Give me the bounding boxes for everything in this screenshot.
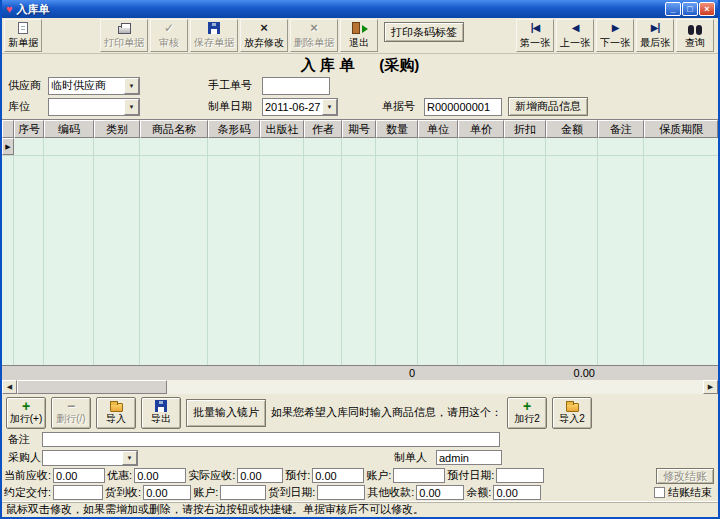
window-title: 入库单 <box>17 2 664 17</box>
nav-next-button[interactable]: ▶ 下一张 <box>596 19 634 52</box>
grid-column <box>546 138 598 365</box>
add-row2-label: 加行2 <box>514 412 540 426</box>
add-row2-button[interactable]: + 加行2 <box>507 397 547 429</box>
prepaid-date-label: 预付日期: <box>447 468 494 483</box>
horizontal-scrollbar[interactable]: ◀ ▶ <box>2 380 718 394</box>
col-header-discount: 折扣 <box>504 120 546 138</box>
inbound-order-window: ♥ 入库单 _ □ × 新单据 打印单据 ✓ 审核 保存单据 × 放弃修改 × … <box>0 0 720 519</box>
supplier-combobox[interactable]: 临时供应商 ▼ <box>48 77 140 95</box>
plus-icon: + <box>22 400 30 412</box>
document-title: 入 库 单 (采购) <box>2 54 718 75</box>
col-header-code: 编码 <box>44 120 94 138</box>
discount-input[interactable] <box>134 468 186 483</box>
nav-last-button[interactable]: ▶| 最后张 <box>636 19 674 52</box>
floppy-icon <box>155 400 167 412</box>
location-dropdown-icon[interactable]: ▼ <box>124 99 139 115</box>
manual-no-input[interactable] <box>262 77 330 95</box>
grid-body[interactable]: ▶ <box>2 138 718 365</box>
date-dropdown-icon[interactable]: ▼ <box>322 99 337 115</box>
creator-input[interactable] <box>436 450 502 465</box>
grid-column <box>14 138 44 365</box>
nav-prev-icon: ◀ <box>572 21 579 35</box>
account2-input[interactable] <box>220 485 266 500</box>
actual-due-input[interactable] <box>237 468 283 483</box>
remarks-input[interactable] <box>42 432 500 447</box>
nav-prev-label: 上一张 <box>560 36 590 50</box>
scroll-left-button[interactable]: ◀ <box>2 380 17 394</box>
prepaid-input[interactable] <box>312 468 364 483</box>
location-value <box>49 99 124 115</box>
query-label: 查询 <box>685 36 705 50</box>
scroll-track[interactable] <box>167 380 703 394</box>
nav-last-label: 最后张 <box>640 36 670 50</box>
folder-icon <box>566 400 579 412</box>
nav-first-icon: |◀ <box>531 21 540 35</box>
col-header-quantity: 数量 <box>376 120 418 138</box>
grid-column <box>140 138 208 365</box>
form-header: 供应商 临时供应商 ▼ 手工单号 库位 ▼ 制单日期 2011-06-27 ▼ … <box>2 75 718 119</box>
location-combobox[interactable]: ▼ <box>48 98 140 116</box>
balance-input[interactable] <box>493 485 541 500</box>
agreed-delivery-input[interactable] <box>53 485 103 500</box>
settle-done-checkbox[interactable] <box>654 487 665 498</box>
import2-button[interactable]: 导入2 <box>552 397 592 429</box>
nav-next-label: 下一张 <box>600 36 630 50</box>
supplier-label: 供应商 <box>8 78 48 93</box>
close-button[interactable]: × <box>699 2 715 16</box>
remarks-row: 备注 <box>2 431 718 448</box>
minimize-button[interactable]: _ <box>665 2 681 16</box>
settle-done-group[interactable]: 结账结束 <box>654 485 712 500</box>
date-combobox[interactable]: 2011-06-27 ▼ <box>262 98 338 116</box>
current-due-input[interactable] <box>53 468 105 483</box>
titlebar[interactable]: ♥ 入库单 _ □ × <box>2 0 718 18</box>
purchaser-label: 采购人 <box>8 450 42 465</box>
grid-column <box>504 138 546 365</box>
nav-prev-button[interactable]: ◀ 上一张 <box>556 19 594 52</box>
add-row-label: 加行(+) <box>10 412 43 426</box>
abandon-x-icon: × <box>260 21 268 35</box>
purchaser-dropdown-icon[interactable]: ▼ <box>122 451 137 465</box>
query-button[interactable]: 查询 <box>676 19 714 52</box>
print-barcode-button[interactable]: 打印条码标签 <box>384 22 464 42</box>
col-header-seq: 序号 <box>14 120 44 138</box>
cod-input[interactable] <box>143 485 191 500</box>
payment-row-2: 约定交付: 货到收: 账户: 货到日期: 其他收款: 余额: 结账结束 <box>2 484 718 501</box>
delete-row-label: 删行(/) <box>56 412 85 426</box>
folder-icon <box>110 400 123 412</box>
nav-next-icon: ▶ <box>612 21 619 35</box>
date-label: 制单日期 <box>208 99 262 114</box>
abandon-changes-button[interactable]: × 放弃修改 <box>240 19 288 52</box>
col-header-amount: 金额 <box>546 120 598 138</box>
new-doc-label: 新单据 <box>8 36 38 50</box>
row-actions: + 加行(+) − 删行(/) 导入 导出 批量输入镜片 如果您希望入库同时输入… <box>2 394 718 431</box>
nav-first-button[interactable]: |◀ 第一张 <box>516 19 554 52</box>
scroll-thumb[interactable] <box>17 380 167 394</box>
add-product-info-button[interactable]: 新增商品信息 <box>508 97 588 116</box>
items-grid[interactable]: 序号 编码 类别 商品名称 条形码 出版社 作者 期号 数量 单位 单价 折扣 … <box>2 119 718 394</box>
supplier-value: 临时供应商 <box>49 78 124 94</box>
exit-button[interactable]: 退出 <box>340 19 378 52</box>
form-row-1: 供应商 临时供应商 ▼ 手工单号 <box>8 76 712 95</box>
maximize-button[interactable]: □ <box>682 2 698 16</box>
grid-totals-row: 0 0.00 <box>2 365 718 380</box>
import-label: 导入 <box>106 412 126 426</box>
supplier-dropdown-icon[interactable]: ▼ <box>124 78 139 94</box>
purchaser-combobox[interactable]: ▼ <box>42 450 138 466</box>
scroll-right-button[interactable]: ▶ <box>703 380 718 394</box>
batch-input-button[interactable]: 批量输入镜片 <box>186 399 266 427</box>
add-row-button[interactable]: + 加行(+) <box>6 397 46 429</box>
arrival-date-input[interactable] <box>317 485 365 500</box>
prepaid-date-input[interactable] <box>496 468 544 483</box>
batch-hint-text: 如果您希望入库同时输入商品信息，请用这个： <box>271 405 502 420</box>
import-button[interactable]: 导入 <box>96 397 136 429</box>
account-input[interactable] <box>393 468 445 483</box>
new-doc-button[interactable]: 新单据 <box>4 19 42 52</box>
other-income-input[interactable] <box>416 485 464 500</box>
grid-column <box>598 138 644 365</box>
agreed-delivery-label: 约定交付: <box>4 485 51 500</box>
print-doc-button: 打印单据 <box>100 19 148 52</box>
export-button[interactable]: 导出 <box>141 397 181 429</box>
remarks-label: 备注 <box>8 432 42 447</box>
first-row-line <box>2 155 718 156</box>
save-doc-button: 保存单据 <box>190 19 238 52</box>
